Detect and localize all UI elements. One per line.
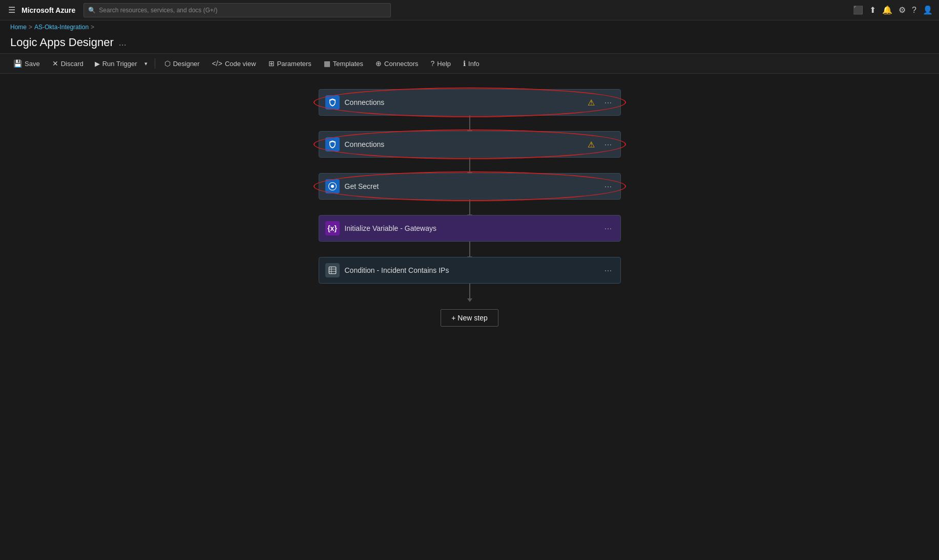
run-icon: ▶ bbox=[95, 60, 100, 68]
step-card-init-variable[interactable]: {x}Initialize Variable - Gateways··· bbox=[319, 215, 621, 242]
discard-icon: ✕ bbox=[52, 59, 58, 68]
step-icon-get-secret bbox=[325, 179, 340, 193]
hamburger-menu[interactable]: ☰ bbox=[6, 3, 17, 17]
parameters-label: Parameters bbox=[277, 60, 311, 68]
designer-label: Designer bbox=[173, 60, 200, 68]
step-icon-condition bbox=[325, 263, 340, 277]
parameters-button[interactable]: ⊞ Parameters bbox=[263, 57, 317, 70]
step-name-get-secret: Get Secret bbox=[345, 182, 597, 190]
page-title: Logic Apps Designer bbox=[10, 36, 114, 49]
bell-icon[interactable]: 🔔 bbox=[882, 5, 892, 15]
page-more-options-icon[interactable]: ... bbox=[119, 37, 127, 48]
step-more-init-variable[interactable]: ··· bbox=[602, 221, 614, 236]
breadcrumb: Home > AS-Okta-Integration > bbox=[0, 20, 939, 34]
connector-3 bbox=[469, 242, 470, 257]
connector-1 bbox=[469, 158, 470, 173]
save-icon: 💾 bbox=[13, 59, 22, 68]
step-wrapper-condition: Condition - Incident Contains IPs··· bbox=[319, 257, 621, 284]
step-wrapper-init-variable: {x}Initialize Variable - Gateways··· bbox=[319, 215, 621, 242]
step-icon-connections-1 bbox=[325, 95, 340, 110]
settings-icon[interactable]: ⚙ bbox=[899, 5, 906, 15]
connectors-button[interactable]: ⊕ Connectors bbox=[370, 57, 423, 70]
step-more-connections-2[interactable]: ··· bbox=[602, 137, 614, 152]
step-name-connections-2: Connections bbox=[345, 140, 583, 148]
svg-point-1 bbox=[331, 185, 334, 188]
breadcrumb-sep2: > bbox=[91, 24, 94, 31]
step-card-connections-2[interactable]: Connections⚠··· bbox=[319, 131, 621, 158]
top-nav-bar: ☰ Microsoft Azure 🔍 ⬛ ⬆ 🔔 ⚙ ? 👤 bbox=[0, 0, 939, 20]
step-wrapper-get-secret: Get Secret··· bbox=[319, 173, 621, 200]
discard-label: Discard bbox=[61, 60, 84, 68]
feedback-icon[interactable]: 👤 bbox=[923, 5, 933, 15]
connector-final bbox=[469, 284, 470, 299]
save-label: Save bbox=[25, 60, 40, 68]
info-icon: ℹ bbox=[463, 59, 466, 68]
step-wrapper-connections-1: Connections⚠··· bbox=[319, 89, 621, 116]
step-card-condition[interactable]: Condition - Incident Contains IPs··· bbox=[319, 257, 621, 284]
toolbar-sep1 bbox=[155, 58, 155, 69]
step-more-get-secret[interactable]: ··· bbox=[602, 179, 614, 194]
step-name-condition: Condition - Incident Contains IPs bbox=[345, 266, 597, 274]
search-bar[interactable]: 🔍 bbox=[84, 3, 391, 17]
step-name-connections-1: Connections bbox=[345, 98, 583, 106]
step-icon-connections-2 bbox=[325, 137, 340, 152]
page-header: Logic Apps Designer ... bbox=[0, 34, 939, 53]
step-name-init-variable: Initialize Variable - Gateways bbox=[345, 224, 597, 232]
run-trigger-label: Run Trigger bbox=[102, 60, 137, 68]
code-view-label: Code view bbox=[225, 60, 256, 68]
upload-icon[interactable]: ⬆ bbox=[869, 5, 876, 15]
code-view-button[interactable]: </> Code view bbox=[207, 57, 261, 70]
breadcrumb-home[interactable]: Home bbox=[10, 24, 27, 31]
templates-icon: ▦ bbox=[324, 59, 330, 68]
cloud-shell-icon[interactable]: ⬛ bbox=[853, 5, 863, 15]
connector-0 bbox=[469, 116, 470, 131]
workflow-canvas: Connections⚠··· Connections⚠··· Get Secr… bbox=[0, 74, 939, 544]
breadcrumb-sep1: > bbox=[29, 24, 32, 31]
templates-button[interactable]: ▦ Templates bbox=[319, 57, 368, 70]
new-step-button[interactable]: + New step bbox=[441, 309, 498, 327]
run-trigger-caret[interactable]: ▾ bbox=[141, 58, 151, 69]
connector-2 bbox=[469, 200, 470, 215]
info-label: Info bbox=[468, 60, 479, 68]
svg-rect-2 bbox=[329, 267, 336, 274]
step-wrapper-connections-2: Connections⚠··· bbox=[319, 131, 621, 158]
step-card-get-secret[interactable]: Get Secret··· bbox=[319, 173, 621, 200]
top-bar-icons: ⬛ ⬆ 🔔 ⚙ ? 👤 bbox=[853, 5, 933, 15]
search-input[interactable] bbox=[99, 7, 386, 14]
help-icon[interactable]: ? bbox=[912, 6, 916, 15]
step-warning-connections-2: ⚠ bbox=[588, 140, 595, 149]
step-more-connections-1[interactable]: ··· bbox=[602, 95, 614, 110]
save-button[interactable]: 💾 Save bbox=[8, 57, 45, 70]
step-card-connections-1[interactable]: Connections⚠··· bbox=[319, 89, 621, 116]
workflow: Connections⚠··· Connections⚠··· Get Secr… bbox=[316, 89, 623, 528]
discard-button[interactable]: ✕ Discard bbox=[47, 57, 89, 70]
parameters-icon: ⊞ bbox=[268, 59, 275, 68]
run-trigger-main[interactable]: ▶ Run Trigger bbox=[91, 58, 141, 70]
info-button[interactable]: ℹ Info bbox=[458, 57, 485, 70]
brand-title: Microsoft Azure bbox=[22, 6, 75, 14]
help-button[interactable]: ? Help bbox=[426, 57, 456, 70]
connectors-label: Connectors bbox=[384, 60, 418, 68]
step-more-condition[interactable]: ··· bbox=[602, 263, 614, 278]
search-icon: 🔍 bbox=[88, 7, 96, 14]
step-icon-init-variable: {x} bbox=[325, 221, 340, 235]
designer-icon: ⬡ bbox=[164, 59, 171, 68]
help-label: Help bbox=[437, 60, 451, 68]
toolbar: 💾 Save ✕ Discard ▶ Run Trigger ▾ ⬡ Desig… bbox=[0, 53, 939, 74]
help-icon: ? bbox=[431, 59, 435, 68]
designer-button[interactable]: ⬡ Designer bbox=[159, 57, 205, 70]
connectors-icon: ⊕ bbox=[375, 59, 382, 68]
code-icon: </> bbox=[212, 59, 222, 68]
step-warning-connections-1: ⚠ bbox=[588, 98, 595, 107]
templates-label: Templates bbox=[333, 60, 363, 68]
breadcrumb-link[interactable]: AS-Okta-Integration bbox=[34, 24, 89, 31]
run-trigger-button[interactable]: ▶ Run Trigger ▾ bbox=[91, 58, 151, 70]
